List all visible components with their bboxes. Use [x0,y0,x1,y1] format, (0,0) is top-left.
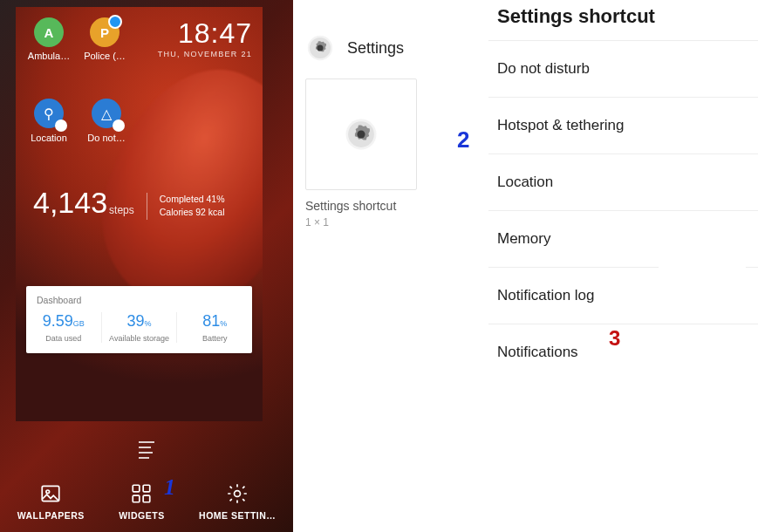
contact-row: A Ambula… P Police (… [26,17,127,61]
svg-rect-5 [144,495,151,502]
list-item[interactable]: Do not disturb [488,40,758,97]
svg-point-1 [46,490,50,494]
shortcut-dnd[interactable]: △ Do not… [84,99,129,143]
list-item[interactable]: Notifications [488,324,758,380]
svg-rect-2 [133,485,140,492]
home-preview[interactable]: A Ambula… P Police (… 18:47 THU, NOVEMBE… [16,7,263,421]
steps-details: Completed 41% Calories 92 kcal [147,193,225,221]
shortcut-label: Location [26,133,72,143]
dashboard-storage: 39% Available storage [102,312,178,343]
steps-count: 4,143 [33,186,107,220]
svg-point-6 [235,491,241,497]
svg-rect-3 [144,485,151,492]
contact-label: Ambula… [26,51,72,61]
wallpapers-button[interactable]: WALLPAPERS [17,482,85,521]
panel-title: Settings shortcut [488,0,758,40]
dashboard-title: Dashboard [26,295,252,312]
widget-picker-panel: Settings Settings shortcut 1 × 1 2 [293,0,488,532]
annotation-marker-1: 1 [164,474,175,501]
widget-name-label: Settings shortcut [305,199,476,213]
steps-widget[interactable]: 4,143 steps Completed 41% Calories 92 kc… [33,186,245,220]
location-pin-icon: ⚲ [34,99,64,128]
clock-time: 18:47 [158,17,252,50]
annotation-marker-2: 2 [457,126,469,153]
settings-widget-icon [343,116,379,153]
svg-rect-4 [133,495,140,502]
editor-bottom-bar: WALLPAPERS WIDGETS HOME SETTIN… [0,471,293,532]
contact-avatar: A [34,17,64,47]
steps-unit: steps [109,204,134,216]
widget-app-name: Settings [347,39,404,58]
annotation-marker-3: 3 [609,326,620,351]
widget-app-header[interactable]: Settings [305,33,476,63]
image-icon [39,482,62,505]
home-settings-button[interactable]: HOME SETTIN… [199,482,276,521]
contact-ambulance[interactable]: A Ambula… [26,17,72,61]
contact-police[interactable]: P Police (… [82,17,127,61]
contact-avatar: P [90,17,120,47]
svg-point-12 [357,130,365,138]
page-indicator-icon [139,441,154,459]
list-item[interactable]: Location [488,153,758,210]
svg-point-9 [317,44,323,51]
widget-size-label: 1 × 1 [305,216,476,228]
dashboard-battery: 81% Battery [177,312,252,343]
settings-shortcut-list-panel: Settings shortcut Do not disturb Hotspot… [488,0,758,532]
list-item[interactable]: Hotspot & tethering [488,97,758,153]
grid-icon [130,482,153,505]
shortcut-location[interactable]: ⚲ Location [26,99,72,143]
contact-label: Police (… [82,51,127,61]
gear-icon [226,482,249,505]
bell-icon: △ [92,99,121,128]
dashboard-data-used: 9.59GB Data used [26,312,102,343]
shortcut-list[interactable]: Do not disturb Hotspot & tethering Locat… [488,40,758,380]
widget-tile-settings-shortcut[interactable] [305,78,417,190]
clock-widget[interactable]: 18:47 THU, NOVEMBER 21 [158,17,252,61]
settings-app-icon [305,33,335,63]
shortcut-label: Do not… [84,133,129,143]
clock-date: THU, NOVEMBER 21 [158,50,252,58]
home-editor-panel: A Ambula… P Police (… 18:47 THU, NOVEMBE… [0,0,293,532]
dashboard-widget[interactable]: Dashboard 9.59GB Data used 39% Available… [26,286,252,353]
widgets-button[interactable]: WIDGETS [119,482,165,521]
list-item[interactable]: Memory [488,210,758,267]
highlight-overlay [660,262,744,298]
